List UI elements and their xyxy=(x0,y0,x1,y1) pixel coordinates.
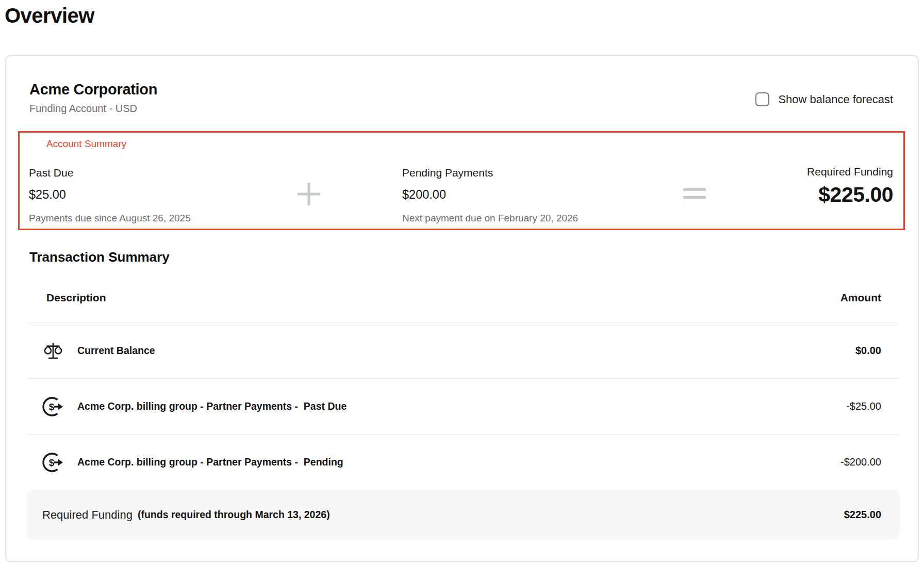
show-balance-forecast-label[interactable]: Show balance forecast xyxy=(778,93,893,106)
transaction-amount: $0.00 xyxy=(855,345,881,357)
account-summary-annotation-label: Account Summary xyxy=(46,138,126,150)
required-funding-amount: $225.00 xyxy=(807,183,893,207)
past-due-label: Past Due xyxy=(29,167,191,179)
past-due-note: Payments due since August 26, 2025 xyxy=(29,213,191,224)
balance-scale-icon xyxy=(41,341,65,361)
svg-text:$: $ xyxy=(49,457,55,468)
show-balance-forecast-control: Show balance forecast xyxy=(755,92,893,106)
required-funding-row-label: Required Funding xyxy=(42,508,133,522)
account-summary-annotation-box: Account Summary Past Due $25.00 Payments… xyxy=(18,131,905,230)
page-title: Overview xyxy=(5,4,924,27)
transaction-description: Acme Corp. billing group - Partner Payme… xyxy=(77,400,346,412)
column-amount: Amount xyxy=(840,292,881,304)
column-description: Description xyxy=(46,292,106,304)
required-funding-row-amount: $225.00 xyxy=(844,509,881,521)
transaction-description: Current Balance xyxy=(77,345,155,357)
show-balance-forecast-checkbox[interactable] xyxy=(755,92,769,106)
past-due-summary: Past Due $25.00 Payments due since Augus… xyxy=(29,167,191,224)
required-funding-label: Required Funding xyxy=(807,166,893,178)
transaction-amount: -$25.00 xyxy=(846,400,881,412)
account-subtitle: Funding Account - USD xyxy=(29,103,137,115)
plus-icon xyxy=(297,182,321,206)
payment-out-icon: $ xyxy=(41,395,65,419)
transaction-amount: -$200.00 xyxy=(840,456,881,468)
equals-icon xyxy=(683,187,706,201)
table-row: $ Acme Corp. billing group - Partner Pay… xyxy=(27,434,900,490)
table-row: $ Acme Corp. billing group - Partner Pay… xyxy=(27,378,900,434)
past-due-amount: $25.00 xyxy=(29,188,191,202)
transaction-table: Description Amount Current Balance $0.00 xyxy=(27,287,900,540)
required-funding-row: Required Funding (funds required through… xyxy=(27,490,900,540)
funding-account-card: Acme Corporation Funding Account - USD S… xyxy=(5,55,919,562)
payment-out-icon: $ xyxy=(41,451,65,474)
pending-payments-amount: $200.00 xyxy=(402,188,578,202)
pending-payments-label: Pending Payments xyxy=(402,167,578,179)
pending-payments-summary: Pending Payments $200.00 Next payment du… xyxy=(402,167,578,224)
transaction-summary-title: Transaction Summary xyxy=(29,249,170,265)
required-funding-summary: Required Funding $225.00 xyxy=(807,166,893,207)
table-row: Current Balance $0.00 xyxy=(27,323,900,378)
table-header: Description Amount xyxy=(27,287,900,323)
svg-text:$: $ xyxy=(49,402,55,412)
required-funding-row-detail: (funds required through March 13, 2026) xyxy=(138,509,330,521)
account-name: Acme Corporation xyxy=(29,81,157,98)
transaction-description: Acme Corp. billing group - Partner Payme… xyxy=(77,456,343,468)
pending-payments-note: Next payment due on February 20, 2026 xyxy=(402,213,578,224)
